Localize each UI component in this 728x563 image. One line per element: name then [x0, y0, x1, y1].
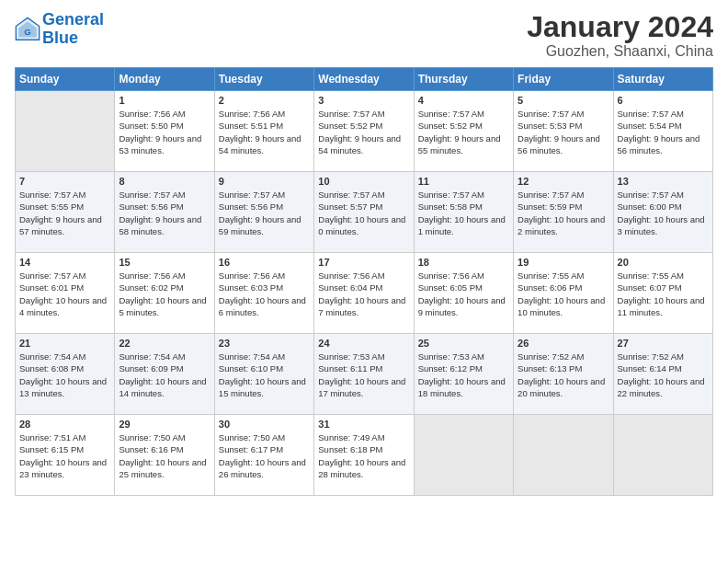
day-number: 13	[618, 176, 709, 187]
day-detail: Sunrise: 7:57 AMSunset: 5:59 PMDaylight:…	[518, 189, 609, 237]
calendar-header-row: SundayMondayTuesdayWednesdayThursdayFrid…	[16, 68, 713, 91]
day-number: 17	[318, 257, 409, 268]
day-detail: Sunrise: 7:57 AMSunset: 6:01 PMDaylight:…	[19, 270, 110, 318]
day-detail: Sunrise: 7:50 AMSunset: 6:17 PMDaylight:…	[219, 431, 310, 480]
calendar-cell: 13Sunrise: 7:57 AMSunset: 6:00 PMDayligh…	[613, 172, 712, 253]
calendar-cell	[16, 91, 115, 172]
main-title: January 2024	[527, 11, 713, 43]
day-number: 7	[19, 176, 110, 187]
calendar-cell	[613, 415, 712, 496]
logo-blue: Blue	[42, 29, 78, 47]
day-detail: Sunrise: 7:53 AMSunset: 6:11 PMDaylight:…	[318, 350, 409, 399]
day-number: 19	[518, 257, 609, 268]
weekday-header: Saturday	[613, 68, 712, 91]
logo-general: General	[42, 10, 104, 29]
day-detail: Sunrise: 7:54 AMSunset: 6:09 PMDaylight:…	[119, 350, 210, 399]
calendar-cell	[414, 415, 513, 496]
day-number: 5	[518, 95, 609, 106]
day-number: 20	[618, 257, 709, 268]
calendar-cell: 15Sunrise: 7:56 AMSunset: 6:02 PMDayligh…	[115, 253, 214, 334]
calendar-cell: 14Sunrise: 7:57 AMSunset: 6:01 PMDayligh…	[16, 253, 115, 334]
calendar-cell	[514, 415, 613, 496]
subtitle: Guozhen, Shaanxi, China	[527, 43, 713, 60]
day-number: 6	[618, 95, 709, 106]
calendar-week-row: 28Sunrise: 7:51 AMSunset: 6:15 PMDayligh…	[16, 415, 713, 496]
calendar-cell: 12Sunrise: 7:57 AMSunset: 5:59 PMDayligh…	[514, 172, 613, 253]
day-number: 22	[119, 338, 210, 349]
day-number: 16	[219, 257, 310, 268]
page: G General Blue January 2024 Guozhen, Sha…	[0, 0, 728, 563]
day-detail: Sunrise: 7:56 AMSunset: 6:05 PMDaylight:…	[418, 270, 509, 318]
calendar-table: SundayMondayTuesdayWednesdayThursdayFrid…	[15, 67, 713, 496]
day-number: 23	[219, 338, 310, 349]
weekday-header: Thursday	[414, 68, 513, 91]
day-detail: Sunrise: 7:56 AMSunset: 6:03 PMDaylight:…	[219, 270, 310, 318]
day-detail: Sunrise: 7:57 AMSunset: 5:55 PMDaylight:…	[19, 189, 110, 237]
day-number: 28	[19, 419, 110, 430]
day-detail: Sunrise: 7:50 AMSunset: 6:16 PMDaylight:…	[119, 431, 210, 480]
day-detail: Sunrise: 7:55 AMSunset: 6:06 PMDaylight:…	[518, 270, 609, 318]
svg-text:G: G	[24, 26, 31, 36]
calendar-week-row: 7Sunrise: 7:57 AMSunset: 5:55 PMDaylight…	[16, 172, 713, 253]
logo-icon: G	[15, 17, 40, 42]
day-detail: Sunrise: 7:49 AMSunset: 6:18 PMDaylight:…	[318, 431, 409, 480]
calendar-cell: 28Sunrise: 7:51 AMSunset: 6:15 PMDayligh…	[16, 415, 115, 496]
day-number: 1	[119, 95, 210, 106]
calendar-cell: 8Sunrise: 7:57 AMSunset: 5:56 PMDaylight…	[115, 172, 214, 253]
day-number: 27	[618, 338, 709, 349]
day-detail: Sunrise: 7:54 AMSunset: 6:10 PMDaylight:…	[219, 350, 310, 399]
title-area: January 2024 Guozhen, Shaanxi, China	[527, 11, 713, 60]
weekday-header: Wednesday	[314, 68, 414, 91]
day-number: 18	[418, 257, 509, 268]
calendar-week-row: 1Sunrise: 7:56 AMSunset: 5:50 PMDaylight…	[16, 91, 713, 172]
day-detail: Sunrise: 7:57 AMSunset: 5:58 PMDaylight:…	[418, 189, 509, 237]
calendar-cell: 17Sunrise: 7:56 AMSunset: 6:04 PMDayligh…	[314, 253, 414, 334]
calendar-cell: 20Sunrise: 7:55 AMSunset: 6:07 PMDayligh…	[613, 253, 712, 334]
day-number: 31	[318, 419, 409, 430]
day-detail: Sunrise: 7:57 AMSunset: 5:56 PMDaylight:…	[119, 189, 210, 237]
day-number: 25	[418, 338, 509, 349]
day-detail: Sunrise: 7:54 AMSunset: 6:08 PMDaylight:…	[19, 350, 110, 399]
day-number: 8	[119, 176, 210, 187]
logo: G General Blue	[15, 11, 104, 48]
header: G General Blue January 2024 Guozhen, Sha…	[15, 11, 713, 60]
day-number: 24	[318, 338, 409, 349]
day-detail: Sunrise: 7:57 AMSunset: 5:56 PMDaylight:…	[219, 189, 310, 237]
weekday-header: Friday	[514, 68, 613, 91]
calendar-cell: 11Sunrise: 7:57 AMSunset: 5:58 PMDayligh…	[414, 172, 513, 253]
calendar-cell: 26Sunrise: 7:52 AMSunset: 6:13 PMDayligh…	[514, 334, 613, 415]
day-number: 3	[318, 95, 409, 106]
calendar-cell: 10Sunrise: 7:57 AMSunset: 5:57 PMDayligh…	[314, 172, 414, 253]
day-detail: Sunrise: 7:57 AMSunset: 5:52 PMDaylight:…	[418, 108, 509, 156]
weekday-header: Monday	[115, 68, 214, 91]
day-detail: Sunrise: 7:56 AMSunset: 6:02 PMDaylight:…	[119, 270, 210, 318]
day-number: 29	[119, 419, 210, 430]
calendar-cell: 23Sunrise: 7:54 AMSunset: 6:10 PMDayligh…	[214, 334, 313, 415]
day-number: 26	[518, 338, 609, 349]
calendar-week-row: 21Sunrise: 7:54 AMSunset: 6:08 PMDayligh…	[16, 334, 713, 415]
calendar-cell: 1Sunrise: 7:56 AMSunset: 5:50 PMDaylight…	[115, 91, 214, 172]
day-number: 14	[19, 257, 110, 268]
day-detail: Sunrise: 7:56 AMSunset: 5:51 PMDaylight:…	[219, 108, 310, 156]
day-detail: Sunrise: 7:57 AMSunset: 6:00 PMDaylight:…	[618, 189, 709, 237]
calendar-cell: 6Sunrise: 7:57 AMSunset: 5:54 PMDaylight…	[613, 91, 712, 172]
calendar-cell: 5Sunrise: 7:57 AMSunset: 5:53 PMDaylight…	[514, 91, 613, 172]
day-number: 21	[19, 338, 110, 349]
day-detail: Sunrise: 7:53 AMSunset: 6:12 PMDaylight:…	[418, 350, 509, 399]
calendar-cell: 19Sunrise: 7:55 AMSunset: 6:06 PMDayligh…	[514, 253, 613, 334]
day-number: 2	[219, 95, 310, 106]
day-detail: Sunrise: 7:57 AMSunset: 5:54 PMDaylight:…	[618, 108, 709, 156]
day-detail: Sunrise: 7:55 AMSunset: 6:07 PMDaylight:…	[618, 270, 709, 318]
day-number: 9	[219, 176, 310, 187]
day-number: 15	[119, 257, 210, 268]
day-detail: Sunrise: 7:57 AMSunset: 5:52 PMDaylight:…	[318, 108, 409, 156]
calendar-cell: 9Sunrise: 7:57 AMSunset: 5:56 PMDaylight…	[214, 172, 313, 253]
day-number: 11	[418, 176, 509, 187]
day-detail: Sunrise: 7:52 AMSunset: 6:13 PMDaylight:…	[518, 350, 609, 399]
weekday-header: Sunday	[16, 68, 115, 91]
calendar-cell: 3Sunrise: 7:57 AMSunset: 5:52 PMDaylight…	[314, 91, 414, 172]
calendar-cell: 16Sunrise: 7:56 AMSunset: 6:03 PMDayligh…	[214, 253, 313, 334]
logo-text: General Blue	[42, 11, 104, 48]
day-number: 12	[518, 176, 609, 187]
calendar-cell: 29Sunrise: 7:50 AMSunset: 6:16 PMDayligh…	[115, 415, 214, 496]
